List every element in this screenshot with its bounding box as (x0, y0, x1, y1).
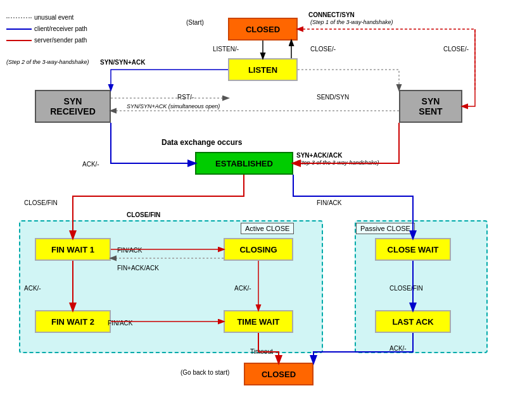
send-syn-label: SEND/SYN (317, 94, 349, 101)
fin-ack-top-label: FIN/ACK (317, 199, 341, 206)
step3-label: (Step 3 of the 3-way-handshake) (296, 159, 379, 166)
syn-synack-label: SYN/SYN+ACK (100, 59, 145, 66)
listen-state: LISTEN (228, 58, 298, 81)
close-fin-right-label: CLOSE/FIN (390, 285, 423, 292)
fin-ack2-label: FIN/ACK (108, 320, 132, 327)
simul-open-label: SYN/SYN+ACK (simultaneous open) (127, 103, 220, 109)
established-state: ESTABLISHED (195, 152, 293, 175)
legend-unusual: unusual event (34, 13, 73, 23)
ack-dash1-label: ACK/- (82, 161, 99, 168)
go-back-label: (Go back to start) (180, 369, 229, 376)
connect-syn-label: CONNECT/SYN (308, 11, 355, 18)
ack-dash-closing-label: ACK/- (234, 285, 251, 292)
fin-wait1-state: FIN WAIT 1 (35, 238, 111, 261)
legend: unusual event client/receiver path serve… (6, 13, 87, 47)
listen-dash-label: LISTEN/- (213, 46, 239, 53)
close-wait-state: CLOSE WAIT (375, 238, 451, 261)
close-dash1-label: CLOSE/- (310, 46, 336, 53)
closing-state: CLOSING (224, 238, 293, 261)
diagram-container: unusual event client/receiver path serve… (0, 0, 532, 400)
closed-bottom-state: CLOSED (244, 363, 314, 385)
ack-dash-finwait-label: ACK/- (24, 285, 41, 292)
active-close-label: Active CLOSE (241, 223, 294, 234)
time-wait-state: TIME WAIT (224, 310, 293, 333)
close-dash2-label: CLOSE/- (443, 46, 469, 53)
synackack-label: SYN+ACK/ACK (296, 152, 343, 159)
rst-label: RST/- (177, 94, 194, 101)
closed-top-state: CLOSED (228, 18, 298, 41)
syn-received-state: SYNRECEIVED (35, 90, 111, 123)
step1-label: (Step 1 of the 3-way-handshake) (310, 19, 393, 25)
ack-dash-lastack-label: ACK/- (390, 345, 407, 352)
step2-label: (Step 2 of the 3-way-handshake) (6, 59, 89, 65)
close-fin-top-label: CLOSE/FIN (127, 211, 160, 218)
timeout-label: Timeout (250, 348, 273, 355)
legend-client: client/receiver path (34, 24, 87, 34)
close-fin-left-label: CLOSE/FIN (24, 199, 58, 206)
start-label: (Start) (186, 19, 204, 26)
legend-server: server/sender path (34, 35, 87, 46)
syn-sent-state: SYNSENT (399, 90, 462, 123)
fin-ack1-label: FIN/ACK (117, 247, 142, 254)
last-ack-state: LAST ACK (375, 310, 451, 333)
data-exchange-label: Data exchange occurs (162, 138, 242, 147)
fin-wait2-state: FIN WAIT 2 (35, 310, 111, 333)
finackack-label: FIN+ACK/ACK (117, 265, 159, 272)
passive-close-label: Passive CLOSE (356, 223, 415, 234)
